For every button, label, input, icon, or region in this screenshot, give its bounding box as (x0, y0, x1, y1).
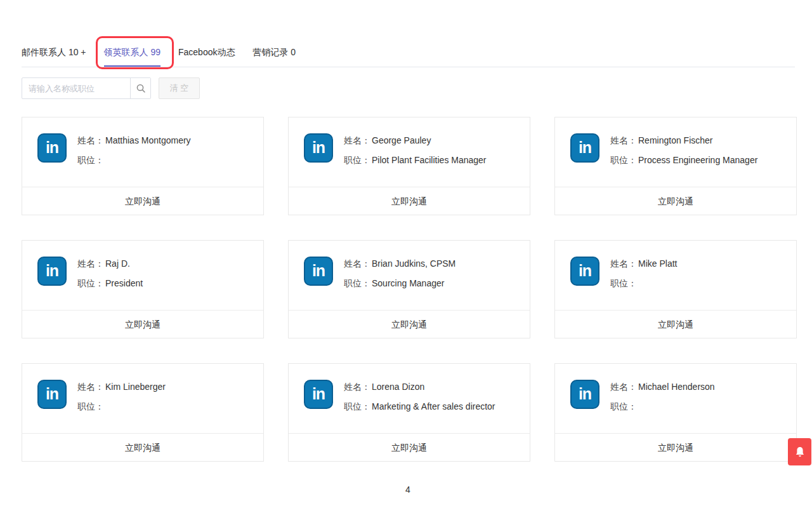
linkedin-icon: in (304, 257, 333, 286)
contact-card: in 姓名： Mike Platt 职位： 立即沟通 (554, 240, 797, 338)
contact-info: in 姓名： Remington Fischer 职位： Process Eng… (555, 117, 796, 187)
contact-info: in 姓名： Kim Lineberger 职位： (22, 364, 263, 433)
contact-name-row: 姓名： Kim Lineberger (77, 381, 166, 393)
contact-card: in 姓名： Lorena Dizon 职位： Marketing & Afte… (288, 363, 530, 462)
contact-fields: 姓名： Lorena Dizon 职位： Marketing & After s… (344, 380, 495, 433)
contact-name-row: 姓名： Remington Fischer (610, 135, 757, 147)
pagination-pages: 12345···12 (0, 481, 812, 497)
tab-facebook-feed[interactable]: Facebook动态 (178, 39, 235, 67)
tab-email-contacts[interactable]: 邮件联系人 10 + (22, 39, 86, 67)
contact-info: in 姓名： Michael Henderson 职位： (555, 364, 796, 433)
title-label: 职位： (77, 401, 104, 413)
tab-linkedin-contacts-label: 领英联系人 99 (104, 44, 160, 60)
name-label: 姓名： (610, 381, 637, 393)
contact-name-row: 姓名： Raj D. (77, 258, 143, 270)
contact-name: Kim Lineberger (105, 381, 166, 393)
name-label: 姓名： (344, 258, 370, 270)
chat-now-button[interactable]: 立即沟通 (555, 433, 796, 461)
chat-now-button[interactable]: 立即沟通 (289, 433, 530, 461)
tab-linkedin-contacts[interactable]: 领英联系人 99 (104, 39, 160, 67)
chat-now-button[interactable]: 立即沟通 (555, 187, 796, 215)
contact-card: in 姓名： George Pauley 职位： Pilot Plant Fac… (288, 117, 530, 215)
name-label: 姓名： (344, 135, 370, 147)
contact-title-row: 职位： Marketing & After sales director (344, 401, 495, 413)
chat-now-button[interactable]: 立即沟通 (289, 187, 530, 215)
bell-icon (795, 446, 805, 458)
title-label: 职位： (344, 277, 370, 290)
contact-info: in 姓名： Mike Platt 职位： (555, 241, 796, 310)
contact-title: Pilot Plant Facilities Manager (372, 154, 487, 166)
contact-name-row: 姓名： Mike Platt (610, 258, 677, 270)
title-label: 职位： (77, 277, 104, 290)
chat-now-button[interactable]: 立即沟通 (555, 310, 796, 338)
contact-info: in 姓名： Brian Judkins, CPSM 职位： Sourcing … (289, 241, 530, 310)
contact-info: in 姓名： George Pauley 职位： Pilot Plant Fac… (289, 117, 530, 187)
contact-info: in 姓名： Lorena Dizon 职位： Marketing & Afte… (289, 364, 530, 433)
name-label: 姓名： (77, 381, 104, 393)
contact-card: in 姓名： Matthias Montgomery 职位： 立即沟通 (22, 117, 264, 215)
contact-info: in 姓名： Matthias Montgomery 职位： (22, 117, 263, 187)
contact-title-row: 职位： Process Engineering Manager (610, 154, 757, 166)
contact-title-row: 职位： President (77, 277, 143, 290)
contact-title: Process Engineering Manager (638, 154, 757, 166)
contact-fields: 姓名： Kim Lineberger 职位： (77, 380, 166, 433)
contact-fields: 姓名： Remington Fischer 职位： Process Engine… (610, 133, 757, 187)
title-label: 职位： (344, 401, 370, 413)
chat-now-button[interactable]: 立即沟通 (289, 310, 530, 338)
chat-now-button[interactable]: 立即沟通 (22, 187, 263, 215)
linkedin-icon: in (37, 257, 67, 286)
linkedin-contacts-page: 邮件联系人 10 + 领英联系人 99 Facebook动态 营销记录 0 (2, 0, 812, 17)
search-button[interactable] (130, 78, 150, 98)
contact-title: President (105, 277, 143, 290)
clear-button[interactable]: 清 空 (159, 77, 200, 99)
name-label: 姓名： (77, 258, 104, 270)
tab-email-contacts-label: 邮件联系人 10 + (22, 44, 86, 60)
contact-name-row: 姓名： Michael Henderson (610, 381, 715, 393)
tab-marketing-records-label: 营销记录 0 (252, 44, 296, 60)
contact-fields: 姓名： Brian Judkins, CPSM 职位： Sourcing Man… (344, 257, 455, 310)
contact-title-row: 职位： (77, 401, 166, 413)
title-label: 职位： (610, 277, 637, 290)
title-label: 职位： (610, 154, 637, 166)
contact-card: in 姓名： Kim Lineberger 职位： 立即沟通 (22, 363, 264, 462)
contact-name: George Pauley (372, 135, 431, 147)
name-label: 姓名： (610, 135, 637, 147)
title-label: 职位： (610, 401, 637, 413)
tab-marketing-records[interactable]: 营销记录 0 (252, 39, 296, 67)
contact-fields: 姓名： Raj D. 职位： President (77, 257, 143, 310)
search-icon (136, 83, 146, 93)
linkedin-icon: in (37, 380, 67, 409)
contact-title-row: 职位： Sourcing Manager (344, 277, 455, 290)
name-label: 姓名： (344, 381, 370, 393)
contact-name: Michael Henderson (638, 381, 715, 393)
notification-bell-button[interactable] (788, 438, 811, 465)
contact-title-row: 职位： (610, 277, 677, 290)
contact-name-row: 姓名： Lorena Dizon (344, 381, 495, 393)
search-bar: 清 空 (22, 77, 200, 99)
contact-fields: 姓名： Mike Platt 职位： (610, 257, 677, 310)
chat-now-button[interactable]: 立即沟通 (22, 310, 263, 338)
contact-name: Lorena Dizon (372, 381, 424, 393)
contacts-grid: in 姓名： Matthias Montgomery 职位： 立即沟通 in (22, 117, 797, 462)
tab-bar: 邮件联系人 10 + 领英联系人 99 Facebook动态 营销记录 0 (22, 39, 795, 67)
title-label: 职位： (344, 154, 370, 166)
linkedin-icon: in (37, 133, 67, 163)
pagination-page-4[interactable]: 4 (2, 481, 812, 497)
search-input[interactable] (22, 78, 130, 98)
contact-card: in 姓名： Michael Henderson 职位： 立即沟通 (554, 363, 797, 462)
name-label: 姓名： (77, 135, 104, 147)
contact-name: Brian Judkins, CPSM (372, 258, 455, 270)
contact-title-row: 职位： Pilot Plant Facilities Manager (344, 154, 487, 166)
contact-fields: 姓名： Matthias Montgomery 职位： (77, 133, 191, 187)
linkedin-icon: in (570, 380, 599, 409)
pagination: < 12345···12 > (3, 481, 812, 497)
chat-now-button[interactable]: 立即沟通 (22, 433, 263, 461)
search-input-group (22, 77, 151, 99)
tab-facebook-feed-label: Facebook动态 (178, 44, 235, 60)
contact-name: Raj D. (105, 258, 130, 270)
name-label: 姓名： (610, 258, 637, 270)
linkedin-icon: in (570, 133, 599, 163)
contact-name: Mike Platt (638, 258, 677, 270)
contact-title: Sourcing Manager (372, 277, 444, 290)
contact-title: Marketing & After sales director (372, 401, 495, 413)
